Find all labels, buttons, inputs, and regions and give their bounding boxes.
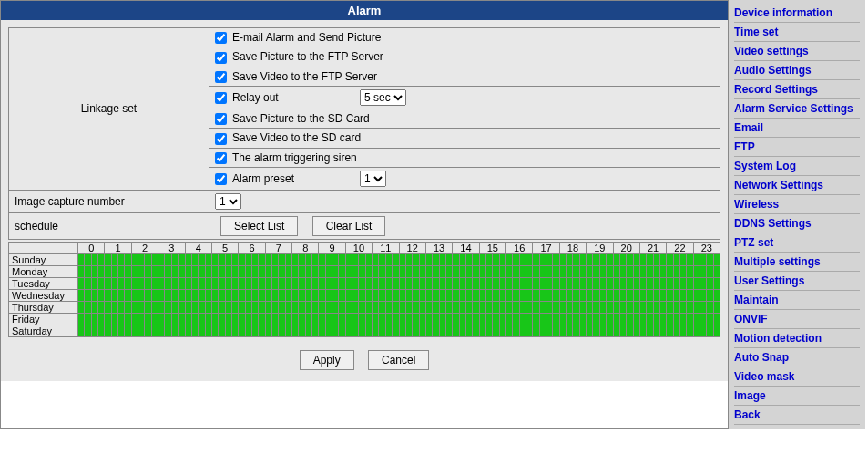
- schedule-cell[interactable]: [647, 313, 653, 325]
- schedule-cell[interactable]: [673, 301, 679, 313]
- schedule-cell[interactable]: [325, 313, 332, 325]
- schedule-cell[interactable]: [633, 325, 639, 336]
- schedule-cell[interactable]: [339, 277, 345, 289]
- schedule-cell[interactable]: [607, 289, 613, 301]
- schedule-cell[interactable]: [385, 265, 392, 277]
- linkage-select-7[interactable]: 1: [360, 170, 386, 187]
- schedule-cell[interactable]: [211, 313, 218, 325]
- schedule-cell[interactable]: [158, 313, 165, 325]
- schedule-cell[interactable]: [165, 325, 171, 336]
- schedule-cell[interactable]: [700, 253, 706, 265]
- schedule-cell[interactable]: [158, 265, 165, 277]
- schedule-cell[interactable]: [279, 277, 285, 289]
- schedule-cell[interactable]: [292, 313, 299, 325]
- schedule-cell[interactable]: [693, 313, 700, 325]
- schedule-cell[interactable]: [365, 265, 372, 277]
- schedule-cell[interactable]: [199, 277, 205, 289]
- schedule-cell[interactable]: [138, 289, 145, 301]
- schedule-cell[interactable]: [506, 313, 513, 325]
- schedule-cell[interactable]: [526, 313, 533, 325]
- schedule-cell[interactable]: [85, 253, 91, 265]
- schedule-cell[interactable]: [453, 301, 459, 313]
- schedule-cell[interactable]: [171, 289, 178, 301]
- schedule-cell[interactable]: [599, 253, 606, 265]
- schedule-cell[interactable]: [573, 277, 579, 289]
- image-capture-select[interactable]: 1: [215, 193, 241, 210]
- schedule-cell[interactable]: [352, 313, 359, 325]
- schedule-cell[interactable]: [251, 265, 258, 277]
- schedule-cell[interactable]: [593, 313, 599, 325]
- schedule-cell[interactable]: [713, 313, 720, 325]
- schedule-cell[interactable]: [319, 277, 325, 289]
- schedule-cell[interactable]: [526, 289, 533, 301]
- schedule-cell[interactable]: [285, 313, 291, 325]
- schedule-cell[interactable]: [599, 289, 606, 301]
- schedule-cell[interactable]: [219, 301, 225, 313]
- schedule-cell[interactable]: [653, 253, 659, 265]
- schedule-cell[interactable]: [579, 277, 586, 289]
- schedule-cell[interactable]: [546, 313, 553, 325]
- schedule-cell[interactable]: [587, 265, 593, 277]
- schedule-cell[interactable]: [579, 289, 586, 301]
- schedule-cell[interactable]: [393, 253, 399, 265]
- schedule-cell[interactable]: [219, 277, 225, 289]
- schedule-cell[interactable]: [345, 301, 352, 313]
- schedule-cell[interactable]: [205, 253, 211, 265]
- schedule-cell[interactable]: [158, 289, 165, 301]
- schedule-cell[interactable]: [465, 313, 472, 325]
- schedule-cell[interactable]: [325, 289, 332, 301]
- schedule-cell[interactable]: [151, 265, 158, 277]
- sidebar-link[interactable]: PTZ set: [734, 233, 860, 253]
- schedule-cell[interactable]: [305, 253, 311, 265]
- schedule-cell[interactable]: [647, 253, 653, 265]
- schedule-cell[interactable]: [413, 289, 419, 301]
- schedule-cell[interactable]: [539, 289, 546, 301]
- schedule-cell[interactable]: [145, 325, 151, 336]
- schedule-cell[interactable]: [325, 277, 332, 289]
- schedule-cell[interactable]: [185, 277, 191, 289]
- schedule-cell[interactable]: [393, 265, 399, 277]
- schedule-cell[interactable]: [553, 265, 559, 277]
- schedule-cell[interactable]: [679, 325, 686, 336]
- schedule-cell[interactable]: [607, 277, 613, 289]
- schedule-cell[interactable]: [399, 301, 405, 313]
- schedule-cell[interactable]: [633, 289, 639, 301]
- schedule-cell[interactable]: [111, 313, 117, 325]
- schedule-cell[interactable]: [98, 253, 105, 265]
- schedule-cell[interactable]: [526, 301, 533, 313]
- schedule-cell[interactable]: [165, 277, 171, 289]
- schedule-cell[interactable]: [647, 289, 653, 301]
- schedule-cell[interactable]: [151, 325, 158, 336]
- schedule-cell[interactable]: [245, 313, 251, 325]
- schedule-cell[interactable]: [98, 325, 105, 336]
- schedule-cell[interactable]: [459, 301, 465, 313]
- schedule-cell[interactable]: [599, 277, 606, 289]
- schedule-cell[interactable]: [231, 301, 238, 313]
- schedule-cell[interactable]: [151, 277, 158, 289]
- linkage-checkbox-6[interactable]: [215, 152, 227, 164]
- schedule-cell[interactable]: [485, 277, 492, 289]
- schedule-cell[interactable]: [312, 253, 319, 265]
- schedule-cell[interactable]: [713, 289, 720, 301]
- schedule-cell[interactable]: [111, 277, 117, 289]
- schedule-cell[interactable]: [138, 277, 145, 289]
- schedule-cell[interactable]: [259, 313, 265, 325]
- schedule-cell[interactable]: [365, 325, 372, 336]
- schedule-cell[interactable]: [85, 301, 91, 313]
- schedule-cell[interactable]: [425, 301, 432, 313]
- schedule-cell[interactable]: [453, 265, 459, 277]
- schedule-cell[interactable]: [239, 277, 245, 289]
- schedule-cell[interactable]: [687, 253, 693, 265]
- schedule-cell[interactable]: [373, 289, 379, 301]
- schedule-cell[interactable]: [399, 313, 405, 325]
- schedule-cell[interactable]: [251, 301, 258, 313]
- sidebar-link[interactable]: Time set: [734, 23, 860, 42]
- schedule-cell[interactable]: [118, 325, 125, 336]
- schedule-cell[interactable]: [439, 277, 445, 289]
- schedule-cell[interactable]: [513, 301, 519, 313]
- schedule-cell[interactable]: [693, 289, 700, 301]
- schedule-cell[interactable]: [339, 325, 345, 336]
- schedule-cell[interactable]: [171, 253, 178, 265]
- schedule-cell[interactable]: [693, 265, 700, 277]
- linkage-checkbox-1[interactable]: [215, 52, 227, 64]
